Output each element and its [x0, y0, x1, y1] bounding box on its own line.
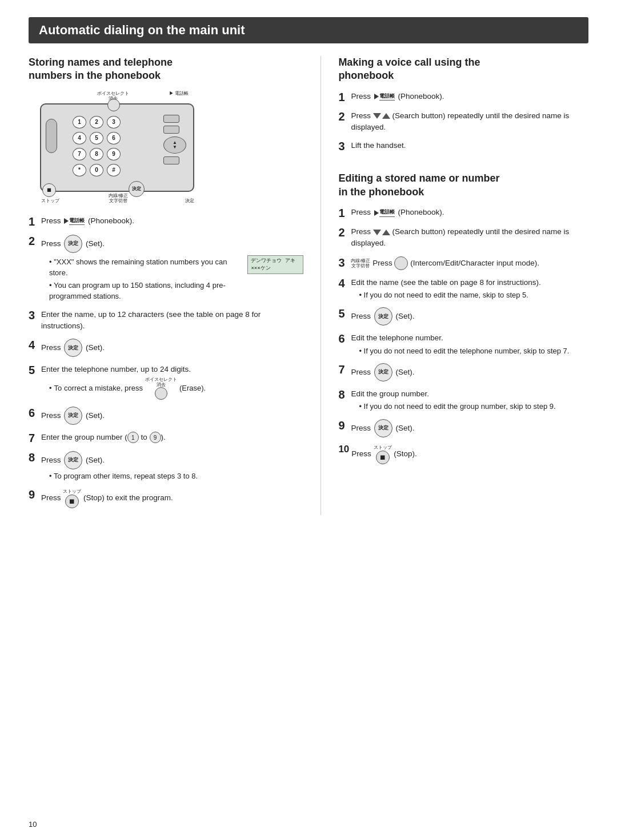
set-button-9r: 決定: [374, 419, 392, 437]
phonebook-btn-v1: 電話帳: [374, 93, 395, 101]
stop-label-diagram: ストップ: [41, 198, 59, 204]
step-edit-3: 3 内線/修正文字切替 Press (Intercom/Edit/Charact…: [338, 256, 588, 270]
display-box: デンワチョウ アキ×××ケン: [247, 255, 303, 274]
key-2: 2: [90, 116, 103, 128]
set-button-2l: 決定: [64, 235, 82, 253]
key-star: *: [73, 164, 86, 176]
key-hash: #: [107, 164, 121, 176]
voice-call-title: Making a voice call using the phonebook: [338, 56, 588, 83]
set-button-7r: 決定: [374, 363, 392, 381]
voice-select-btn: [107, 99, 120, 111]
step-left-9: 9 Press ストップ ⏹ (Stop) to exit the progra…: [29, 488, 303, 508]
key-7: 7: [73, 148, 86, 160]
set-btn-diagram: 決定: [129, 181, 145, 197]
step-left-8: 8 Press 決定 (Set). To program other items…: [29, 451, 303, 482]
left-section-title: Storing names and telephone numbers in t…: [29, 56, 303, 83]
key-5: 5: [90, 132, 103, 144]
left-column: Storing names and telephone numbers in t…: [29, 56, 303, 515]
step-edit-6: 6 Edit the telephone number. If you do n…: [338, 332, 588, 356]
set-label-diagram: 決定: [185, 198, 194, 204]
column-divider: [320, 56, 321, 515]
step-edit-5: 5 Press 決定 (Set).: [338, 307, 588, 325]
phone-body: 1 2 3 4 5 6 7 8 9 * 0 #: [40, 103, 194, 192]
step-edit-10: 10 Press ストップ ⏹ (Stop).: [338, 444, 588, 464]
step-left-4: 4 Press 決定 (Set).: [29, 339, 303, 357]
key-0: 0: [90, 164, 103, 176]
phone-diagram: ボイスセレクト消去 ▶ 電話帳 1 2 3 4 5 6 7 8 9: [29, 91, 206, 205]
step-edit-1: 1 Press 電話帳 (Phonebook).: [338, 207, 588, 219]
btn-mid-right: [163, 126, 179, 134]
step-voice-2: 2 Press (Search button) repeatedly until…: [338, 110, 588, 134]
nav-circle: ▲▼: [163, 136, 186, 154]
btn-top-right: [163, 115, 179, 123]
speaker: [46, 119, 57, 153]
key-4: 4: [73, 132, 86, 144]
btn-bot-right: [163, 156, 179, 164]
step-edit-8: 8 Edit the group number. If you do not n…: [338, 388, 588, 412]
right-column: Making a voice call using the phonebook …: [338, 56, 588, 515]
phonebook-label-diagram: ▶ 電話帳: [169, 91, 189, 97]
step-left-3: 3 Enter the name, up to 12 characters (s…: [29, 309, 303, 332]
intercom-label-diagram: 内線/修正文字切替: [109, 193, 128, 204]
step-left-6: 6 Press 決定 (Set).: [29, 407, 303, 425]
edit-title: Editing a stored name or number in the p…: [338, 172, 588, 199]
step-voice-1: 1 Press 電話帳 (Phonebook).: [338, 91, 588, 103]
key-9: 9: [107, 148, 121, 160]
page-container: Automatic dialing on the main unit Stori…: [0, 0, 617, 538]
key-1: 1: [73, 116, 86, 128]
step-left-2: 2 Press 決定 (Set). "XXX" shows the remain…: [29, 235, 303, 302]
side-buttons: ▲▼: [163, 115, 186, 164]
set-button-4l: 決定: [64, 339, 82, 357]
phonebook-button-icon: 電話帳: [64, 217, 85, 226]
step-edit-4: 4 Edit the name (see the table on page 8…: [338, 277, 588, 301]
page-number: 10: [29, 820, 37, 829]
keypad: 1 2 3 4 5 6 7 8 9 * 0 #: [73, 116, 122, 178]
step-voice-3: 3 Lift the handset.: [338, 140, 588, 152]
set-button-6l: 決定: [64, 407, 82, 425]
step-edit-7: 7 Press 決定 (Set).: [338, 363, 588, 381]
phonebook-btn-e1: 電話帳: [374, 208, 395, 217]
step-left-1: 1 Press 電話帳 (Phonebook).: [29, 215, 303, 228]
step-edit-9: 9 Press 決定 (Set).: [338, 419, 588, 437]
step-left-7: 7 Enter the group number (1 to 9).: [29, 432, 303, 444]
main-content: Storing names and telephone numbers in t…: [29, 56, 588, 515]
page-title: Automatic dialing on the main unit: [29, 17, 588, 43]
key-6: 6: [107, 132, 121, 144]
key-3: 3: [107, 116, 121, 128]
step-edit-2: 2 Press (Search button) repeatedly until…: [338, 226, 588, 250]
stop-btn-diagram: ⏹: [41, 183, 57, 197]
set-button-5r: 決定: [374, 307, 392, 325]
key-8: 8: [90, 148, 103, 160]
step-left-5: 5 Enter the telephone number, up to 24 d…: [29, 364, 303, 399]
set-button-8l: 決定: [64, 451, 82, 469]
